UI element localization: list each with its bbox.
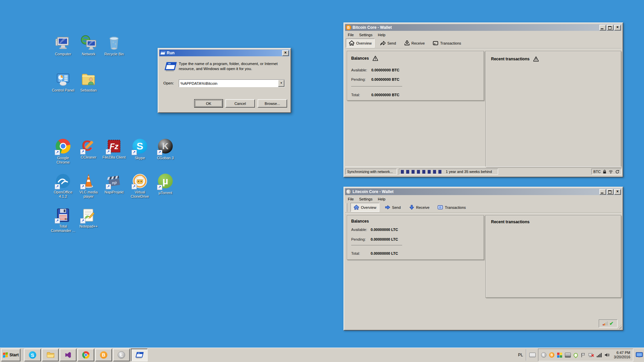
receive-icon <box>409 204 415 210</box>
taskbar-button-chrome[interactable] <box>77 349 94 361</box>
tab-receive[interactable]: Receive <box>406 203 432 212</box>
tab-send[interactable]: Send <box>377 39 399 47</box>
desktop-icon-computer[interactable]: Computer <box>49 35 77 56</box>
desktop-icon-label: Skype <box>127 156 153 160</box>
close-button[interactable]: × <box>614 25 621 31</box>
desktop-icon-label: Sebastian <box>76 88 101 93</box>
start-button[interactable]: Start <box>1 349 20 361</box>
divider <box>351 245 402 245</box>
desktop-icon-sebastian[interactable]: Sebastian <box>74 71 103 93</box>
recent-transactions-header: Recent transactions <box>491 57 530 61</box>
total-value: 0.00000000 LTC <box>371 251 398 255</box>
minimize-button[interactable] <box>599 189 606 195</box>
menu-help[interactable]: Help <box>375 196 388 202</box>
litecoin-recent-transactions-panel: Recent transactions <box>485 215 621 298</box>
maximize-button[interactable] <box>607 189 613 195</box>
receive-icon <box>404 40 410 46</box>
run-titlebar[interactable]: Run × <box>159 50 289 56</box>
tray-signal-icon[interactable] <box>597 353 602 357</box>
taskbar-button-explorer[interactable] <box>42 349 59 361</box>
combo-dropdown-button[interactable]: ▼ <box>278 80 284 87</box>
unit-label[interactable]: BTC <box>593 170 601 174</box>
menu-file[interactable]: File <box>345 196 357 202</box>
tray-leaf-icon[interactable] <box>573 352 579 358</box>
desktop-icon-cgoban[interactable]: K ↗ CGoban 3 <box>151 138 179 160</box>
run-icon <box>135 351 144 359</box>
tab-send[interactable]: Send <box>382 203 404 212</box>
litecoin-logo-icon: Ł <box>346 189 351 194</box>
tab-overview[interactable]: Overview <box>346 39 375 48</box>
tray-antivirus-icon[interactable] <box>557 353 562 358</box>
bitcoin-recent-transactions-panel: Recent transactions <box>485 51 621 167</box>
language-indicator[interactable]: PL <box>518 353 523 357</box>
desktop-icon-openoffice[interactable]: ↗ OpenOffice 4.1.2 <box>49 173 77 199</box>
tray-drive-icon[interactable] <box>565 353 571 358</box>
status-indicators: BTC <box>591 169 622 175</box>
desktop-icon-filezilla[interactable]: Fz ↗ FileZilla Client <box>100 138 128 160</box>
tab-receive[interactable]: Receive <box>401 39 428 47</box>
tray-bitcoin-icon[interactable]: B <box>549 352 554 358</box>
open-input[interactable] <box>179 80 278 87</box>
menu-file[interactable]: File <box>345 32 357 38</box>
close-button[interactable]: × <box>614 189 621 195</box>
vlc-icon: ↗ <box>80 173 97 189</box>
litecoin-menubar: File Settings Help <box>345 196 622 202</box>
total-label: Total: <box>351 93 360 97</box>
tab-transactions[interactable]: Transactions <box>430 39 464 47</box>
desktop-icon-napiprojekt[interactable]: np ↗ NapiProjekt <box>100 173 128 194</box>
tray-icons-frame: Ł B 6:47 PM 3/20/2016 <box>538 349 633 361</box>
taskbar-button-run[interactable] <box>131 349 148 361</box>
tab-overview[interactable]: Overview <box>351 203 379 212</box>
keyboard-icon[interactable] <box>529 353 536 357</box>
run-dialog: Run × Type the name of a program, folder… <box>158 48 291 113</box>
toolbar-grip[interactable] <box>346 203 347 212</box>
transactions-icon <box>433 40 438 46</box>
tab-transactions[interactable]: Transactions <box>435 203 469 212</box>
menu-help[interactable]: Help <box>375 32 388 38</box>
desktop-icon-skype[interactable]: S ↗ Skype <box>126 138 154 160</box>
skype-icon: S <box>29 351 36 359</box>
cancel-button[interactable]: Cancel <box>225 99 255 108</box>
desktop-icon-ccleaner[interactable]: C ↗ CCleaner <box>74 138 103 160</box>
menu-settings[interactable]: Settings <box>357 196 375 202</box>
desktop-icon-virtual-clonedrive[interactable]: ↗ Virtual CloneDrive <box>126 173 154 199</box>
litecoin-titlebar[interactable]: Ł Litecoin Core - Wallet × <box>345 188 622 195</box>
browse-button[interactable]: Browse... <box>258 99 287 108</box>
litecoin-balances-panel: Balances Available: 0.00000000 LTC Pendi… <box>347 215 484 260</box>
menu-settings[interactable]: Settings <box>357 32 375 38</box>
desktop-icon-label: CCleaner <box>76 155 101 160</box>
taskbar-button-skype[interactable]: S <box>24 349 41 361</box>
bitcoin-titlebar[interactable]: B Bitcoin Core - Wallet × <box>345 24 622 31</box>
skype-icon: S ↗ <box>132 139 148 155</box>
desktop-icon-control-panel[interactable]: Control Panel <box>49 71 77 93</box>
tray-volume-icon[interactable] <box>604 353 610 357</box>
tray-network-disconnected-icon[interactable] <box>588 353 594 358</box>
maximize-button[interactable] <box>607 25 613 31</box>
resize-grip[interactable] <box>617 324 622 329</box>
desktop-icon-vlc[interactable]: ↗ VLC media player <box>74 173 103 199</box>
clock-date: 3/20/2016 <box>614 355 630 359</box>
desktop-icon-google-chrome[interactable]: ↗ Google Chrome <box>49 138 77 165</box>
tray-litecoin-icon[interactable]: Ł <box>541 352 546 358</box>
taskbar-divider <box>22 349 22 361</box>
taskbar-button-bitcoin[interactable]: B <box>95 349 112 361</box>
desktop-icon-notepadpp[interactable]: ↗ Notepad++ <box>74 207 103 229</box>
desktop-icon-utorrent[interactable]: µ ↗ µTorrent <box>151 173 179 195</box>
shortcut-arrow-icon: ↗ <box>55 150 60 155</box>
desktop-icon-network[interactable]: Network <box>74 35 103 56</box>
taskbar-button-litecoin[interactable]: Ł <box>113 349 130 361</box>
litecoin-icon: Ł <box>118 351 125 359</box>
close-button[interactable]: × <box>282 50 289 56</box>
desktop-icon-total-commander[interactable]: 64 ↗ Total Commander ... <box>49 207 77 233</box>
tray-flag-icon[interactable] <box>581 353 586 358</box>
ok-button[interactable]: OK <box>194 99 223 108</box>
total-value: 0.00000000 BTC <box>371 93 399 97</box>
folder-icon <box>46 352 54 358</box>
svg-text:np: np <box>111 180 117 185</box>
show-desktop-icon[interactable] <box>636 352 643 358</box>
desktop-icon-recycle-bin[interactable]: Recycle Bin <box>100 35 128 56</box>
taskbar-button-visual-studio[interactable] <box>60 349 76 361</box>
minimize-button[interactable] <box>599 25 606 31</box>
sync-progressbar: 1 year and 35 weeks behind <box>399 169 498 175</box>
taskbar-clock[interactable]: 6:47 PM 3/20/2016 <box>614 351 630 359</box>
